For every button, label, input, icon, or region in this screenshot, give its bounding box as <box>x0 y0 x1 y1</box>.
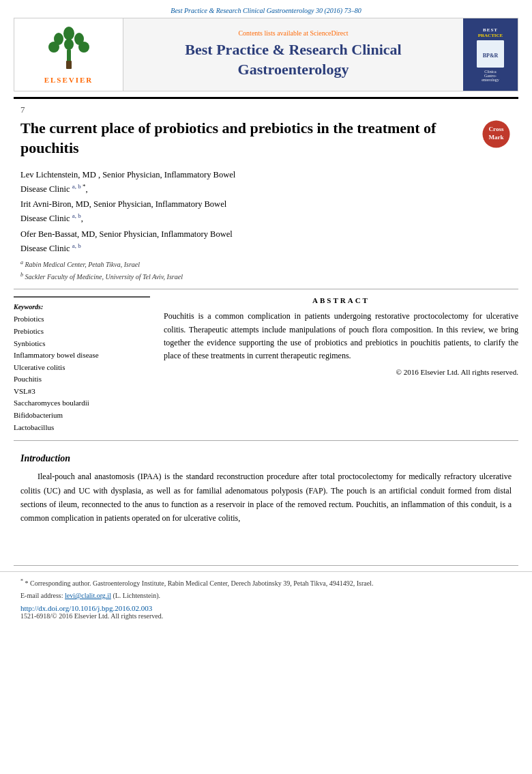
article-title-text: The current place of probiotics and preb… <box>20 119 481 158</box>
author-3-sup: a, b <box>72 242 81 249</box>
introduction-section: Introduction Ileal-pouch anal anastomosi… <box>0 446 532 532</box>
keywords-section: Keywords: Probiotics Prebiotics Synbioti… <box>14 296 150 433</box>
footer-divider <box>14 565 518 566</box>
elsevier-wordmark: ELSEVIER <box>44 76 93 84</box>
introduction-title: Introduction <box>20 453 512 464</box>
abstract-divider <box>14 440 518 441</box>
author-3: Ofer Ben-Bassat, MD, Senior Physician, I… <box>20 227 512 255</box>
author-2-sup: a, b <box>72 212 81 219</box>
article-number: 7 <box>0 104 532 115</box>
author-1-role: , Senior Physician, Inflammatory Bowel <box>96 170 235 180</box>
keyword-4: Inflammatory bowel disease <box>14 349 150 362</box>
badge-journal-name: Clinica Gastro- enterology <box>482 70 499 82</box>
crossmark-icon: Cross Mark <box>481 119 512 155</box>
journal-header: ELSEVIER Contents lists available at Sci… <box>14 18 518 91</box>
abstract-section: ABSTRACT Pouchitis is a common complicat… <box>164 296 518 433</box>
keywords-abstract-section: Keywords: Probiotics Prebiotics Synbioti… <box>0 296 532 433</box>
author-1: Lev Lichtenstein, MD , Senior Physician,… <box>20 168 512 196</box>
keywords-label: Keywords: <box>14 303 150 311</box>
keywords-list: Probiotics Prebiotics Synbiotics Inflamm… <box>14 313 150 433</box>
introduction-body: Ileal-pouch anal anastomosis (IPAA) is t… <box>20 470 512 526</box>
elsevier-tree-icon <box>42 25 96 73</box>
affil-2: b Sackler Faculty of Medicine, Universit… <box>20 271 512 282</box>
affil-1-sup: a <box>20 259 23 266</box>
best-practice-badge: BEST PRACTICE BP&R Clinica Gastro- enter… <box>469 26 513 84</box>
journal-reference: Best Practice & Research Clinical Gastro… <box>0 0 532 18</box>
keyword-9: Bifidobacterium <box>14 410 150 422</box>
abstract-title: ABSTRACT <box>164 296 518 304</box>
keyword-1: Probiotics <box>14 313 150 326</box>
abstract-body: Pouchitis is a common complication in pa… <box>164 310 518 362</box>
keyword-7: VSL#3 <box>14 386 150 398</box>
author-1-role-2: Disease Clinic <box>20 184 72 194</box>
journal-badge-area: BEST PRACTICE BP&R Clinica Gastro- enter… <box>463 18 518 91</box>
doi-link[interactable]: http://dx.doi.org/10.1016/j.bpg.2016.02.… <box>20 604 512 612</box>
svg-point-4 <box>64 39 74 50</box>
author-3-role: Disease Clinic <box>20 244 72 253</box>
content-divider <box>14 289 518 289</box>
elsevier-logo-area: ELSEVIER <box>14 18 123 91</box>
svg-point-0 <box>63 27 74 40</box>
svg-point-3 <box>48 42 59 53</box>
keyword-10: Lactobacillus <box>14 422 150 434</box>
journal-title-area: Contents lists available at ScienceDirec… <box>123 18 463 91</box>
author-2: Irit Avni-Biron, MD, Senior Physician, I… <box>20 197 512 225</box>
footer-section: * * Corresponding author. Gastroenterolo… <box>0 571 532 625</box>
sciencedirect-notice: Contents lists available at ScienceDirec… <box>238 29 348 37</box>
author-1-name: Lev Lichtenstein, MD <box>20 170 96 180</box>
keyword-2: Prebiotics <box>14 326 150 338</box>
affil-2-sup: b <box>20 272 23 278</box>
svg-text:BP&R: BP&R <box>483 53 499 59</box>
abstract-copyright: © 2016 Elsevier Ltd. All rights reserved… <box>164 368 518 376</box>
keyword-5: Ulcerative colitis <box>14 362 150 374</box>
footnote-corresponding: * * Corresponding author. Gastroenterolo… <box>20 577 512 588</box>
authors-section: Lev Lichtenstein, MD , Senior Physician,… <box>0 168 532 255</box>
svg-rect-7 <box>66 61 72 69</box>
affiliations-section: a Rabin Medical Center, Petah Tikva, Isr… <box>0 259 532 283</box>
svg-point-5 <box>78 42 89 53</box>
author-1-sup: a, b <box>72 183 81 190</box>
email-link[interactable]: levi@clalit.org.il <box>65 592 111 599</box>
journal-full-title: Best Practice & Research Clinical Gastro… <box>185 40 401 79</box>
author-2-role: Disease Clinic <box>20 214 72 224</box>
footnote-email: E-mail address: levi@clalit.org.il (L. L… <box>20 590 512 601</box>
svg-text:Mark: Mark <box>489 134 504 141</box>
svg-text:Cross: Cross <box>489 126 504 132</box>
author-3-name: Ofer Ben-Bassat, MD, Senior Physician, I… <box>20 229 233 239</box>
footnote-star-icon: * <box>20 578 23 584</box>
keyword-6: Pouchitis <box>14 373 150 386</box>
issn-line: 1521-6918/© 2016 Elsevier Ltd. All right… <box>20 612 512 620</box>
keyword-3: Synbiotics <box>14 338 150 350</box>
author-2-name: Irit Avni-Biron, MD, Senior Physician, I… <box>20 199 226 209</box>
author-1-star: * <box>81 183 86 190</box>
keyword-8: Saccharomyces boulardii <box>14 397 150 410</box>
header-divider <box>14 97 518 99</box>
badge-image: BP&R <box>477 40 504 68</box>
affil-1: a Rabin Medical Center, Petah Tikva, Isr… <box>20 259 512 270</box>
article-title-area: The current place of probiotics and preb… <box>0 119 532 158</box>
article-page: Best Practice & Research Clinical Gastro… <box>0 0 532 774</box>
